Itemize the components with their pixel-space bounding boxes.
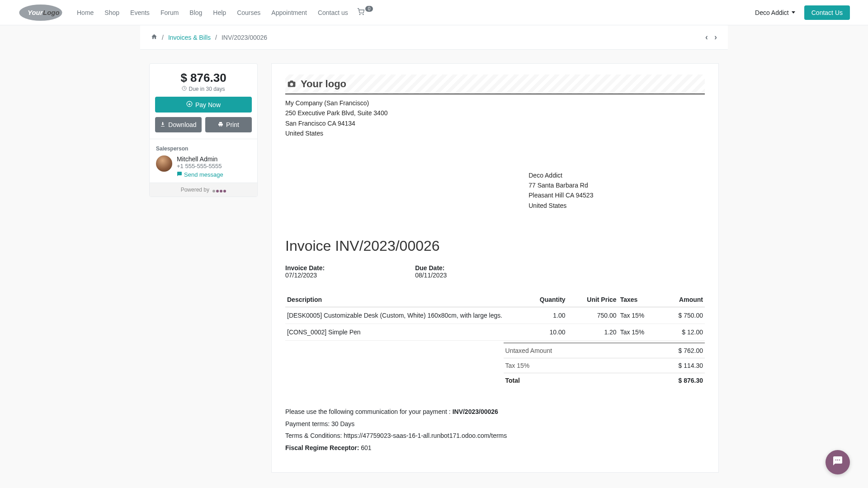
customer-address: Deco Addict 77 Santa Barbara Rd Pleasant…	[528, 170, 705, 211]
svg-point-4	[363, 14, 363, 14]
summary-card: $ 876.30 Due in 30 days Pay Now	[149, 63, 258, 197]
payment-note-prefix: Please use the following communication f…	[285, 408, 453, 415]
send-message-label: Send message	[184, 171, 223, 178]
total-label: Total	[505, 377, 520, 384]
total-amount: $ 876.30	[678, 377, 703, 384]
powered-by-text: Powered by	[181, 187, 209, 193]
company-country: United States	[285, 128, 705, 138]
next-record-button[interactable]: ›	[714, 33, 717, 42]
payment-note-ref: INV/2023/00026	[453, 408, 498, 415]
nav-events[interactable]: Events	[126, 5, 154, 20]
nav-home[interactable]: Home	[72, 5, 98, 20]
tax-amount: $ 114.30	[678, 362, 703, 369]
invoice-date-label: Invoice Date:	[285, 264, 325, 272]
col-quantity: Quantity	[522, 292, 567, 307]
circle-arrow-icon	[186, 101, 193, 108]
odoo-logo-icon	[212, 190, 226, 192]
home-icon[interactable]	[151, 33, 157, 41]
pay-now-label: Pay Now	[195, 101, 221, 108]
powered-by: Powered by	[150, 183, 257, 197]
invoice-notes: Please use the following communication f…	[285, 406, 705, 454]
cart-icon	[357, 8, 364, 17]
payment-terms-note: Payment terms: 30 Days	[285, 418, 705, 430]
print-label: Print	[226, 121, 239, 128]
nav-help[interactable]: Help	[208, 5, 231, 20]
totals-block: Untaxed Amount $ 762.00 Tax 15% $ 114.30…	[504, 343, 705, 388]
invoice-title: Invoice INV/2023/00026	[285, 238, 705, 254]
col-unit-price: Unit Price	[567, 292, 618, 307]
nav-contactus[interactable]: Contact us	[313, 5, 353, 20]
salesperson-phone: +1 555-555-5555	[177, 163, 223, 169]
customer-country: United States	[528, 201, 705, 211]
doc-logo-text: Your logo	[301, 78, 346, 90]
company-street: 250 Executive Park Blvd, Suite 3400	[285, 108, 705, 118]
salesperson-heading: Salesperson	[156, 145, 251, 152]
terms-conditions-note: Terms & Conditions: https://47759023-saa…	[285, 430, 705, 442]
print-icon	[218, 121, 223, 128]
svg-point-3	[359, 14, 360, 14]
col-description: Description	[285, 292, 522, 307]
line-tax: Tax 15%	[618, 307, 661, 324]
line-price: 750.00	[567, 307, 618, 324]
invoice-date: 07/12/2023	[285, 272, 325, 279]
fiscal-label: Fiscal Regime Receptor:	[285, 444, 361, 451]
table-row: [CONS_0002] Simple Pen 10.00 1.20 Tax 15…	[285, 324, 705, 341]
line-amount: $ 750.00	[661, 307, 705, 324]
nav-blog[interactable]: Blog	[185, 5, 207, 20]
invoice-lines-table: Description Quantity Unit Price Taxes Am…	[285, 292, 705, 341]
fiscal-value: 601	[361, 444, 371, 451]
camera-icon	[287, 79, 296, 89]
breadcrumb-sep: /	[162, 34, 164, 41]
nav-appointment[interactable]: Appointment	[267, 5, 311, 20]
breadcrumb-bar: / Invoices & Bills / INV/2023/00026 ‹ ›	[140, 25, 728, 50]
avatar	[156, 155, 172, 172]
pay-now-button[interactable]: Pay Now	[155, 97, 252, 113]
cart-count-badge: 0	[365, 6, 373, 12]
amount-due: $ 876.30	[154, 71, 253, 85]
user-menu[interactable]: Deco Addict	[755, 9, 795, 16]
untaxed-amount: $ 762.00	[678, 347, 703, 354]
tax-label: Tax 15%	[505, 362, 530, 369]
cart-link[interactable]: 0	[357, 8, 373, 17]
breadcrumb: / Invoices & Bills / INV/2023/00026	[151, 33, 267, 41]
line-price: 1.20	[567, 324, 618, 341]
nav-menu: Home Shop Events Forum Blog Help Courses…	[72, 5, 353, 20]
navbar: Your Logo Home Shop Events Forum Blog He…	[0, 0, 868, 25]
line-qty: 10.00	[522, 324, 567, 341]
svg-text:Your: Your	[28, 9, 43, 16]
download-button[interactable]: Download	[155, 117, 202, 132]
user-name: Deco Addict	[755, 9, 789, 16]
chat-fab-button[interactable]	[826, 450, 850, 474]
chevron-down-icon	[792, 11, 795, 14]
line-amount: $ 12.00	[661, 324, 705, 341]
send-message-link[interactable]: Send message	[177, 171, 223, 178]
due-date: 08/11/2023	[415, 272, 447, 279]
line-desc: [CONS_0002] Simple Pen	[285, 324, 522, 341]
company-city: San Francisco CA 94134	[285, 118, 705, 128]
print-button[interactable]: Print	[205, 117, 252, 132]
prev-record-button[interactable]: ‹	[705, 33, 708, 42]
customer-name: Deco Addict	[528, 170, 705, 180]
line-qty: 1.00	[522, 307, 567, 324]
invoice-document: Your logo My Company (San Francisco) 250…	[271, 63, 719, 473]
svg-text:Logo: Logo	[43, 9, 60, 16]
speech-bubble-icon	[832, 455, 843, 469]
customer-street: 77 Santa Barbara Rd	[528, 180, 705, 190]
site-logo[interactable]: Your Logo	[18, 4, 63, 22]
line-desc: [DESK0005] Customizable Desk (Custom, Wh…	[285, 307, 522, 324]
table-row: [DESK0005] Customizable Desk (Custom, Wh…	[285, 307, 705, 324]
contact-us-button[interactable]: Contact Us	[804, 5, 850, 20]
nav-courses[interactable]: Courses	[232, 5, 265, 20]
col-taxes: Taxes	[618, 292, 661, 307]
clock-icon	[182, 86, 187, 92]
due-text: Due in 30 days	[189, 86, 225, 92]
download-label: Download	[168, 121, 196, 128]
chat-icon	[177, 171, 182, 178]
col-amount: Amount	[661, 292, 705, 307]
breadcrumb-invoices-link[interactable]: Invoices & Bills	[168, 34, 211, 41]
untaxed-label: Untaxed Amount	[505, 347, 552, 354]
salesperson-name: Mitchell Admin	[177, 155, 223, 163]
download-icon	[160, 121, 165, 128]
nav-forum[interactable]: Forum	[156, 5, 183, 20]
nav-shop[interactable]: Shop	[100, 5, 124, 20]
